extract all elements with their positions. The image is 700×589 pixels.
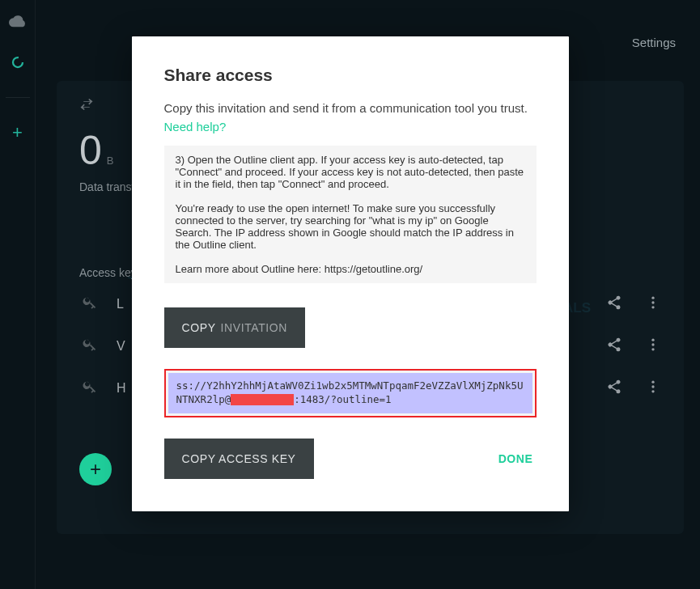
share-access-modal: Share access Copy this invitation and se… (132, 36, 569, 511)
done-button[interactable]: DONE (498, 452, 537, 465)
copy-invitation-button[interactable]: COPYINVITATION (164, 307, 306, 348)
modal-description: Copy this invitation and send it from a … (164, 100, 537, 136)
copy-access-key-button[interactable]: COPY ACCESS KEY (164, 439, 314, 479)
need-help-link[interactable]: Need help? (164, 120, 227, 133)
modal-title: Share access (164, 66, 537, 85)
redacted-host (231, 394, 294, 405)
access-key-value[interactable]: ss://Y2hhY2hhMjAtaWV0Zi1wb2x5MTMwNTpqamF… (168, 373, 532, 413)
access-key-frame: ss://Y2hhY2hhMjAtaWV0Zi1wb2x5MTMwNTpqamF… (164, 369, 537, 417)
modal-overlay: Share access Copy this invitation and se… (0, 0, 700, 589)
invitation-textarea[interactable] (164, 146, 537, 283)
